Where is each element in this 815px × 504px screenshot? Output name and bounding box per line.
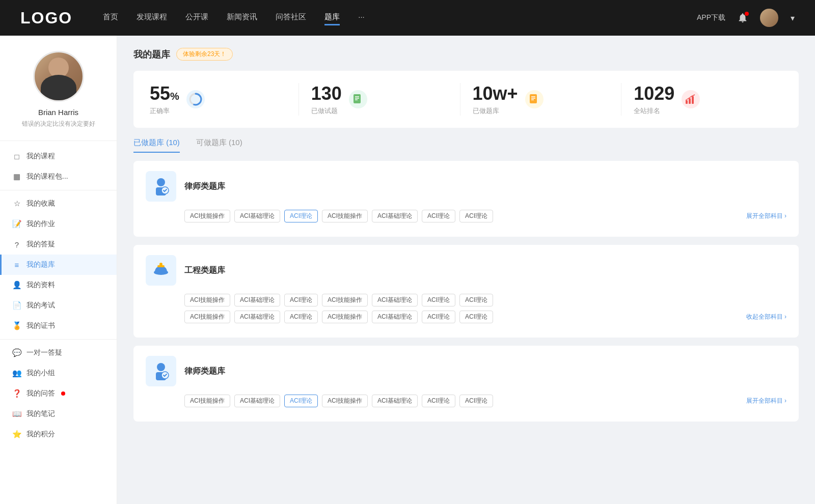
sidebar-menu: □ 我的课程 ▦ 我的课程包... ☆ 我的收藏 📝 我的作业 ? 我的答疑 ≡ bbox=[0, 141, 117, 450]
tag-1-3[interactable]: ACI理论 bbox=[284, 210, 318, 222]
svg-rect-10 bbox=[686, 100, 688, 104]
bank-title-1: 律师类题库 bbox=[184, 181, 225, 192]
engineer-icon-svg bbox=[150, 259, 172, 282]
tag-2-10[interactable]: ACI理论 bbox=[284, 311, 318, 323]
expand-btn-1[interactable]: 展开全部科目 › bbox=[746, 212, 786, 220]
sidebar-item-course-package[interactable]: ▦ 我的课程包... bbox=[0, 166, 117, 187]
qa-badge bbox=[61, 391, 65, 396]
stat-done-banks: 10w+ 已做题库 bbox=[460, 83, 622, 116]
points-icon: ⭐ bbox=[12, 430, 21, 439]
stat-accuracy-text: 55% 正确率 bbox=[150, 83, 179, 116]
tag-2-13[interactable]: ACI理论 bbox=[422, 311, 455, 323]
stat-done-value: 130 bbox=[311, 83, 342, 104]
tab-done[interactable]: 已做题库 (10) bbox=[133, 138, 180, 153]
page-header: 我的题库 体验剩余23天！ bbox=[133, 48, 799, 61]
sidebar-label-questions: 我的答疑 bbox=[26, 240, 55, 249]
stat-accuracy-value: 55% bbox=[150, 83, 179, 104]
sidebar-item-my-course[interactable]: □ 我的课程 bbox=[0, 146, 117, 166]
profile-motto: 错误的决定比没有决定要好 bbox=[22, 120, 95, 128]
svg-point-19 bbox=[157, 363, 165, 371]
sidebar-item-points[interactable]: ⭐ 我的积分 bbox=[0, 424, 117, 444]
doc-green-icon bbox=[352, 93, 364, 105]
tag-2-3[interactable]: ACI理论 bbox=[284, 294, 318, 306]
tag-2-11[interactable]: ACI技能操作 bbox=[322, 311, 368, 323]
exam-icon: 📄 bbox=[12, 301, 21, 310]
sidebar-label-exam: 我的考试 bbox=[26, 301, 55, 310]
expand-btn-3[interactable]: 展开全部科目 › bbox=[746, 397, 786, 405]
tabs-row: 已做题库 (10) 可做题库 (10) bbox=[133, 138, 799, 153]
package-icon: ▦ bbox=[12, 172, 21, 181]
notification-bell[interactable] bbox=[736, 11, 750, 25]
nav-question-bank[interactable]: 题库 bbox=[324, 10, 340, 25]
tag-2-9[interactable]: ACI基础理论 bbox=[234, 311, 280, 323]
tag-2-2[interactable]: ACI基础理论 bbox=[234, 294, 280, 306]
divider-1 bbox=[0, 190, 117, 190]
sidebar-item-exam[interactable]: 📄 我的考试 bbox=[0, 295, 117, 316]
sidebar-item-question-bank[interactable]: ≡ 我的题库 bbox=[0, 255, 117, 275]
sidebar-item-profile[interactable]: 👤 我的资料 bbox=[0, 275, 117, 295]
tag-1-4[interactable]: ACI技能操作 bbox=[322, 210, 368, 222]
tag-2-8[interactable]: ACI技能操作 bbox=[184, 311, 230, 323]
nav-qa[interactable]: 问答社区 bbox=[276, 10, 306, 25]
bank-card-2-header: 工程类题库 bbox=[146, 255, 786, 286]
stat-banks-text: 10w+ 已做题库 bbox=[473, 83, 518, 116]
user-avatar[interactable] bbox=[760, 9, 778, 27]
bell-badge bbox=[745, 12, 749, 16]
sidebar-item-1on1[interactable]: 💬 一对一答疑 bbox=[0, 343, 117, 363]
tab-available[interactable]: 可做题库 (10) bbox=[196, 138, 242, 153]
nav-more[interactable]: ··· bbox=[358, 10, 365, 25]
sidebar-item-group[interactable]: 👥 我的小组 bbox=[0, 363, 117, 383]
tag-2-14[interactable]: ACI理论 bbox=[459, 311, 493, 323]
tag-2-6[interactable]: ACI理论 bbox=[422, 294, 455, 306]
sidebar-label-question-bank: 我的题库 bbox=[26, 260, 55, 269]
bank-icon-lawyer-2 bbox=[146, 356, 176, 386]
bank-1-tags-section: ACI技能操作 ACI基础理论 ACI理论 ACI技能操作 ACI基础理论 AC… bbox=[146, 210, 786, 222]
tag-3-1[interactable]: ACI技能操作 bbox=[184, 395, 230, 407]
stat-banks-value: 10w+ bbox=[473, 83, 518, 104]
star-icon: ☆ bbox=[12, 199, 21, 208]
tag-3-5[interactable]: ACI基础理论 bbox=[372, 395, 418, 407]
bank-2-tags-row2: ACI技能操作 ACI基础理论 ACI理论 ACI技能操作 ACI基础理论 AC… bbox=[184, 311, 786, 323]
stat-rank: 1029 全站排名 bbox=[621, 83, 782, 116]
navbar: LOGO 首页 发现课程 公开课 新闻资讯 问答社区 题库 ··· APP下载 … bbox=[0, 0, 815, 36]
tag-2-4[interactable]: ACI技能操作 bbox=[322, 294, 368, 306]
nav-discover[interactable]: 发现课程 bbox=[137, 10, 167, 25]
svg-rect-6 bbox=[530, 94, 537, 103]
tag-3-7[interactable]: ACI理论 bbox=[459, 395, 493, 407]
avatar-image bbox=[35, 52, 83, 100]
tag-3-4[interactable]: ACI技能操作 bbox=[322, 395, 368, 407]
tag-1-2[interactable]: ACI基础理论 bbox=[234, 210, 280, 222]
nav-home[interactable]: 首页 bbox=[103, 10, 118, 25]
tag-1-1[interactable]: ACI技能操作 bbox=[184, 210, 230, 222]
sidebar-item-questions[interactable]: ? 我的答疑 bbox=[0, 234, 117, 255]
sidebar-item-favorites[interactable]: ☆ 我的收藏 bbox=[0, 193, 117, 214]
sidebar-item-certificate[interactable]: 🏅 我的证书 bbox=[0, 316, 117, 336]
sidebar-profile: Brian Harris 错误的决定比没有决定要好 bbox=[0, 51, 117, 141]
tag-1-7[interactable]: ACI理论 bbox=[459, 210, 493, 222]
sidebar-item-homework[interactable]: 📝 我的作业 bbox=[0, 214, 117, 234]
nav-news[interactable]: 新闻资讯 bbox=[227, 10, 257, 25]
bank-icon-engineer bbox=[146, 255, 176, 286]
stat-accuracy: 55% 正确率 bbox=[150, 83, 299, 116]
tag-2-12[interactable]: ACI基础理论 bbox=[372, 311, 418, 323]
user-menu-chevron[interactable]: ▾ bbox=[791, 13, 795, 23]
tag-3-6[interactable]: ACI理论 bbox=[422, 395, 455, 407]
sidebar-item-notes[interactable]: 📖 我的笔记 bbox=[0, 404, 117, 424]
tag-2-5[interactable]: ACI基础理论 bbox=[372, 294, 418, 306]
tag-1-6[interactable]: ACI理论 bbox=[422, 210, 455, 222]
logo[interactable]: LOGO bbox=[20, 9, 72, 27]
profile-name: Brian Harris bbox=[38, 108, 78, 117]
question-icon: ? bbox=[12, 240, 21, 249]
tag-3-2[interactable]: ACI基础理论 bbox=[234, 395, 280, 407]
sidebar-item-my-qa[interactable]: ❓ 我的问答 bbox=[0, 383, 117, 404]
svg-rect-2 bbox=[354, 94, 361, 103]
nav-open-course[interactable]: 公开课 bbox=[185, 10, 208, 25]
app-download-btn[interactable]: APP下载 bbox=[697, 13, 725, 22]
tag-3-3[interactable]: ACI理论 bbox=[284, 395, 318, 407]
collapse-btn-2[interactable]: 收起全部科目 › bbox=[746, 313, 786, 321]
tag-2-7[interactable]: ACI理论 bbox=[459, 294, 493, 306]
stat-rank-text: 1029 全站排名 bbox=[634, 83, 674, 116]
tag-1-5[interactable]: ACI基础理论 bbox=[372, 210, 418, 222]
tag-2-1[interactable]: ACI技能操作 bbox=[184, 294, 230, 306]
stat-done-icon bbox=[349, 90, 367, 108]
